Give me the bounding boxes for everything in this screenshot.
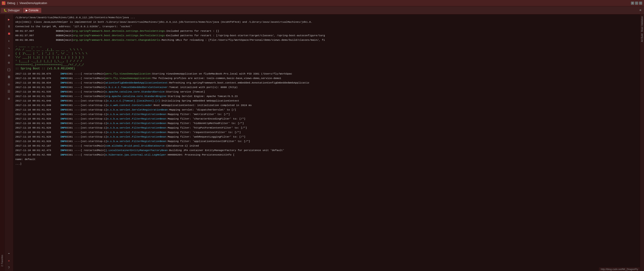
log-line: ...]	[15, 162, 638, 166]
log-line: 2017-11-10 00:01:38.676 INFO 3381 ---- […	[15, 72, 638, 76]
log-line: 2017-11-10 00:01:41.924 INFO 3381 ---- […	[15, 108, 638, 112]
log-line: /Library/Java/JavaVirtualMachines/jdk1.8…	[15, 15, 638, 20]
log-line: 2017-11-10 00:01:42.488 INFO 3381 ---- […	[15, 153, 638, 157]
plug-button[interactable]: ⬌	[6, 250, 12, 257]
log-line: 00:01:38.001 DEBUG [main] org.springfram…	[15, 38, 638, 42]
log-line: 00:01:37.997 DEBUG [main] org.springfram…	[15, 29, 638, 33]
log-line: 2017-11-10 00:01:42.473 INFO 3381 ---- […	[15, 148, 638, 153]
cross-button[interactable]: ✕	[6, 258, 12, 264]
log-line: 2017-11-10 00:01:41.928 INFO 3381 ---- […	[15, 135, 638, 139]
art-build-label[interactable]: Art Build	[641, 33, 643, 43]
camera-button[interactable]: ◎	[6, 81, 12, 87]
log-line: 2017-11-10 00:01:41.649 INFO 3381 ---- […	[15, 103, 638, 108]
log-line: 2017-11-10 00:01:41.928 INFO 3381 ---- […	[15, 117, 638, 121]
console-content[interactable]: /Library/Java/JavaVirtualMachines/jdk1.8…	[14, 14, 640, 271]
code-button[interactable]: {}	[6, 67, 12, 73]
right-sidebar: Bean Validation Art Build	[640, 14, 644, 271]
log-line: 2017-11-10 00:01:41.928 INFO 3381 ---- […	[15, 121, 638, 126]
log-line: 2017-11-10 00:01:41.519 INFO 3381 ---- […	[15, 85, 638, 90]
spring-logo: . ____ _ __ _ _ /\\ / ___'_ __ _ _(_)_ _…	[15, 44, 638, 71]
title-bar: 🐛 Debug | ViewsDemoApplication ⚙ − □	[0, 0, 644, 6]
step-in-button[interactable]: ↷	[6, 45, 12, 51]
log-line: 00:01:37.997 DEBUG [main] org.springfram…	[15, 33, 638, 38]
maximize-button[interactable]: □	[639, 1, 642, 5]
run-button[interactable]: ▶	[6, 16, 12, 22]
console-icon: ▶	[26, 9, 28, 12]
log-line: 2017-11-10 00:01:41.648 INFO 3381 ---- […	[15, 99, 638, 103]
log-line: Connected to the target VM, address: '12…	[15, 24, 638, 29]
log-line: 2017-11-10 00:01:41.535 INFO 3381 ---- […	[15, 90, 638, 94]
tab-console[interactable]: ▶ Console	[23, 8, 41, 13]
debug-icon: 🐛	[2, 1, 6, 5]
favorites-label[interactable]: 2: Favorites	[1, 255, 4, 267]
settings-button[interactable]: ⚙	[631, 1, 634, 5]
left-sidebar: ▶ ⏸ ⏹ ⬇ ↷ ⊞ ⚙ {} 🗑 ◎ ☰ ⚙ ⬌ ✕ ?	[4, 14, 14, 271]
step-over-button[interactable]: ⬇	[6, 38, 12, 44]
log-line: 2017-11-10 00:01:41.928 INFO 3381 ---- […	[15, 130, 638, 135]
log-line: name: default	[15, 157, 638, 162]
log-line: 2017-11-10 00:01:42.187 INFO 3381 ---- […	[15, 144, 638, 148]
bean-validation-label[interactable]: Bean Validation	[641, 15, 643, 33]
log-line: 2017-11-10 00:01:41.928 INFO 3381 ---- […	[15, 126, 638, 130]
menu-icon-button[interactable]: ≡	[638, 8, 643, 13]
separator: |	[17, 1, 18, 5]
tab-debugger[interactable]: 🐛 Debugger	[1, 8, 22, 13]
status-bar: http://blog.csdn.net/Mr_DragonFly	[599, 268, 640, 271]
debugger-icon: 🐛	[4, 9, 7, 12]
log-line: 2017-11-10 00:01:41.928 INFO 3381 ---- […	[15, 139, 638, 144]
settings-sidebar-button[interactable]: ⚙	[6, 59, 12, 66]
log-line: objc[3381]: Class JavaLaunchHelper is im…	[15, 20, 638, 24]
stop-button[interactable]: ⏹	[6, 31, 12, 37]
trash-button[interactable]: 🗑	[6, 74, 12, 80]
console-area: /Library/Java/JavaVirtualMachines/jdk1.8…	[14, 14, 640, 271]
log-line: 2017-11-10 00:01:38.834 INFO 3381 ---- […	[15, 81, 638, 85]
list-button[interactable]: ☰	[6, 88, 12, 94]
gear-button[interactable]: ⚙	[6, 95, 12, 102]
log-line: 2017-11-10 00:01:41.536 INFO 3381 ---- […	[15, 94, 638, 99]
log-line: 2017-11-10 00:01:41.928 INFO 3381 ---- […	[15, 112, 638, 117]
app-name: ViewsDemoApplication	[20, 1, 47, 5]
view-button[interactable]: ⊞	[6, 52, 12, 58]
pause-button[interactable]: ⏸	[6, 23, 12, 30]
minimize-button[interactable]: −	[635, 1, 638, 5]
question-button[interactable]: ?	[6, 265, 12, 271]
log-line: 2017-11-10 00:01:38.679 INFO 3381 ---- […	[15, 76, 638, 81]
debug-label: Debug	[7, 1, 15, 5]
